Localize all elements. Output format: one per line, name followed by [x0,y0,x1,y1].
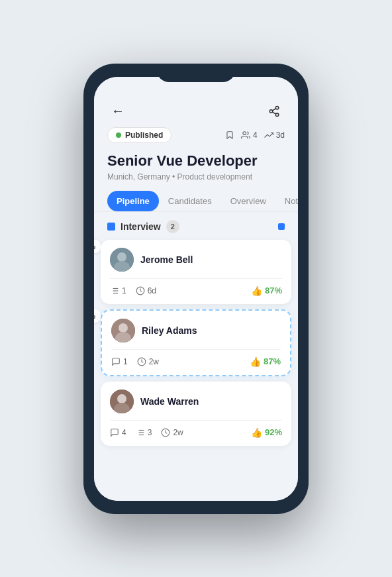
main-content: Interview 2 78% [94,212,298,477]
published-dot [116,132,121,138]
card-wrapper-riley: 75% Riley Adams [101,309,291,382]
tab-pipeline[interactable]: Pipeline [107,191,159,211]
messages-count-wade: 4 [122,428,126,437]
match-pct-riley: 87% [264,356,281,366]
days-posted-item: 3d [264,131,285,140]
avatar-riley [111,319,135,342]
time-jerome: 6d [148,286,156,295]
divider-wade [110,420,282,421]
time-wade: 2w [173,428,183,437]
published-label: Published [125,131,163,140]
divider-jerome [110,278,282,279]
back-button[interactable]: ← [107,101,128,122]
tasks-count-wade: 3 [148,428,152,437]
match-pct-jerome: 87% [265,286,282,295]
card-wrapper-jerome: 78% Jerome Bell [101,240,291,309]
svg-line-3 [272,112,275,114]
stat-time-wade: 2w [161,428,183,437]
card-header-jerome: Jerome Bell [110,248,282,272]
cards-container: 78% Jerome Bell [94,240,298,451]
stat-time-riley: 2w [137,357,159,366]
job-department: Product development [177,172,252,182]
avatar-jerome [110,248,134,272]
card-stats-riley: 1 2w 👍 [111,356,281,367]
tabs-row: Pipeline Candidates Overview Notes [94,185,298,212]
tab-notes[interactable]: Notes [275,191,298,211]
status-icons: 4 3d [225,131,285,140]
thumb-icon-jerome: 👍 [251,286,262,296]
phone-frame: ← Published [83,64,309,514]
card-stats-wade: 4 [110,427,282,438]
screen-content: ← Published [94,77,298,501]
stat-messages-wade: 4 [110,428,126,437]
svg-point-17 [119,323,128,333]
status-row: Published [94,127,298,150]
pct-label-riley: 75% [94,309,101,323]
stat-tasks-wade: 3 [136,428,152,437]
svg-point-7 [117,252,126,262]
match-score-riley: 👍 87% [250,356,281,367]
time-riley: 2w [149,357,159,366]
share-button[interactable] [264,101,285,122]
section-header: Interview 2 [94,220,298,240]
stat-messages-riley: 1 [111,357,128,366]
match-score-jerome: 👍 87% [251,286,282,296]
match-score-wade: 👍 92% [251,427,282,438]
job-meta: Munich, Germany • Product development [107,172,285,182]
job-location: Munich, Germany [107,172,170,182]
card-stats-jerome: 1 6d 👍 [110,286,282,296]
section-color-bar [107,223,115,231]
candidate-card-jerome[interactable]: Jerome Bell [101,240,291,304]
stat-tasks-jerome: 1 [110,286,126,295]
svg-line-4 [272,108,275,110]
svg-point-5 [243,131,246,134]
pct-label-jerome: 78% [94,240,101,253]
section-dot-right [278,223,285,230]
card-wrapper-wade: Wade Warren 4 [101,382,291,451]
phone-notch [156,64,236,82]
tasks-count-jerome: 1 [122,286,126,295]
top-bar: ← [94,77,298,127]
candidate-card-riley[interactable]: Riley Adams 1 [101,309,291,376]
published-badge: Published [107,127,172,143]
candidates-count: 4 [253,131,258,140]
tab-candidates[interactable]: Candidates [159,191,221,211]
section-badge: 2 [166,220,179,233]
bookmark-item[interactable] [225,131,234,140]
avatar-wade [110,390,134,413]
job-separator: • [172,172,177,182]
thumb-icon-wade: 👍 [251,427,262,438]
divider-riley [111,349,281,350]
match-pct-wade: 92% [265,427,282,437]
stat-time-jerome: 6d [136,286,156,295]
job-title: Senior Vue Developer [107,152,285,170]
candidate-name-riley: Riley Adams [142,325,197,336]
card-header-riley: Riley Adams [111,319,281,342]
section-title: Interview [121,221,161,232]
candidates-count-item: 4 [241,131,258,140]
job-title-area: Senior Vue Developer Munich, Germany • P… [94,150,298,185]
tab-overview[interactable]: Overview [221,191,275,211]
svg-point-21 [117,394,126,403]
candidate-name-wade: Wade Warren [140,396,199,407]
messages-count-riley: 1 [123,357,128,366]
card-header-wade: Wade Warren [110,390,282,413]
candidate-name-jerome: Jerome Bell [140,254,193,265]
thumb-icon-riley: 👍 [250,356,261,367]
phone-screen: ← Published [94,77,298,501]
candidate-card-wade[interactable]: Wade Warren 4 [101,382,291,446]
days-posted: 3d [276,131,285,140]
